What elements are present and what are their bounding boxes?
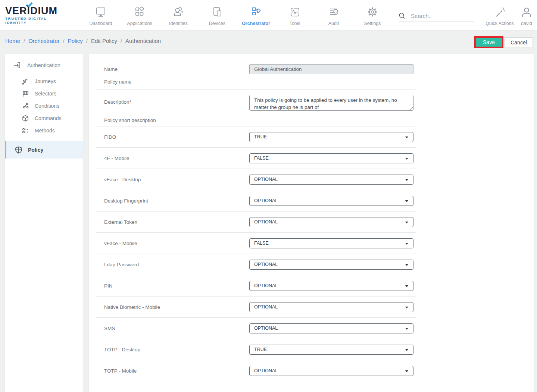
selected-value: OPTIONAL xyxy=(254,283,278,288)
edit-policy-form-card: Name Policy name Description* Policy sho… xyxy=(89,54,534,392)
sidebar-item-conditions[interactable]: Conditions xyxy=(5,100,83,112)
nav-item-applications[interactable]: Applications xyxy=(120,4,159,26)
setting-label-fido: FIDO xyxy=(104,134,249,140)
chevron-down-icon xyxy=(405,349,408,351)
nav-item-tools[interactable]: Tools xyxy=(275,4,314,26)
cancel-button[interactable]: Cancel xyxy=(505,37,533,47)
selected-value: OPTIONAL xyxy=(254,219,278,225)
chevron-down-icon xyxy=(405,200,408,202)
main-nav: Dashboard Applications Identities xyxy=(81,4,392,26)
selected-value: OPTIONAL xyxy=(254,262,278,267)
breadcrumb: Home / Orchestrator / Policy / Edit Poli… xyxy=(5,38,161,44)
applications-icon xyxy=(133,6,146,18)
global-search xyxy=(399,12,474,22)
breadcrumb-policy[interactable]: Policy xyxy=(68,38,83,44)
nav-item-orchestrator[interactable]: Orchestrator xyxy=(237,4,275,26)
setting-row-4f-mobile: 4F - MobileFALSE xyxy=(89,148,534,169)
devices-icon xyxy=(211,6,224,18)
sidebar-item-policy[interactable]: Policy xyxy=(5,141,83,159)
selected-value: TRUE xyxy=(254,134,267,139)
sidebar-subgroup: Journeys Selectors Conditions xyxy=(5,75,83,137)
login-icon xyxy=(13,61,21,69)
setting-select-fido[interactable]: TRUE xyxy=(249,132,413,142)
setting-select-desktop-fingerprint[interactable]: OPTIONAL xyxy=(249,196,413,206)
selected-value: OPTIONAL xyxy=(254,177,278,182)
breadcrumb-home[interactable]: Home xyxy=(5,38,20,44)
brand-wordmark: VERIDIUM xyxy=(5,6,69,16)
sidebar-item-label: Methods xyxy=(35,128,55,134)
sidebar-item-selectors[interactable]: Selectors xyxy=(5,87,83,100)
save-button[interactable]: Save xyxy=(476,38,502,47)
setting-select-ldap-password[interactable]: OPTIONAL xyxy=(249,260,413,270)
top-navigation-bar: VERIDIUM TRUSTED DIGITAL IDENTITY Dashbo… xyxy=(0,0,537,31)
annotation-highlight-box: Save xyxy=(474,36,503,48)
sidebar-item-label: Authentication xyxy=(27,62,60,68)
chevron-down-icon xyxy=(405,307,408,308)
chevron-down-icon xyxy=(405,328,408,330)
setting-select-vface-desktop[interactable]: OPTIONAL xyxy=(249,175,413,185)
policy-settings-list: FIDOTRUE4F - MobileFALSEvFace - DesktopO… xyxy=(89,126,534,381)
sidebar-item-label: Journeys xyxy=(35,78,56,84)
sidebar-item-commands[interactable]: Commands xyxy=(5,112,83,124)
setting-select-4f-mobile[interactable]: FALSE xyxy=(249,153,413,163)
setting-row-native-biometric-mobile: Native Biometric - MobileOPTIONAL xyxy=(89,297,534,317)
name-field-row: Name Policy name xyxy=(89,54,534,90)
name-helper: Policy name xyxy=(104,79,249,85)
setting-label-totp-mobile: TOTP - Mobile xyxy=(104,368,249,374)
setting-row-ldap-password: Ldap PasswordOPTIONAL xyxy=(89,254,534,275)
dashboard-icon xyxy=(94,6,107,18)
setting-select-totp-mobile[interactable]: OPTIONAL xyxy=(249,366,413,376)
sidebar-item-authentication[interactable]: Authentication xyxy=(5,58,83,73)
audit-icon xyxy=(327,6,340,18)
chevron-down-icon xyxy=(405,179,408,181)
identities-icon xyxy=(172,6,185,18)
quick-actions-button[interactable]: Quick Actions xyxy=(483,4,516,26)
nav-right: Quick Actions david xyxy=(483,4,537,26)
setting-label-external-token: External Token xyxy=(104,219,249,225)
nav-item-identities[interactable]: Identities xyxy=(159,4,198,26)
policy-description-textarea[interactable]: This policy is going to be applied to ev… xyxy=(249,95,413,111)
nav-item-settings[interactable]: Settings xyxy=(353,4,392,26)
setting-select-vface-mobile[interactable]: FALSE xyxy=(249,238,413,248)
breadcrumb-orchestrator[interactable]: Orchestrator xyxy=(28,38,59,44)
setting-select-native-biometric-mobile[interactable]: OPTIONAL xyxy=(249,302,413,312)
description-helper: Policy short description xyxy=(104,117,249,123)
selected-value: FALSE xyxy=(254,241,269,246)
sidebar-item-label: Commands xyxy=(35,115,62,121)
brand-tagline: TRUSTED DIGITAL IDENTITY xyxy=(5,16,69,25)
user-menu[interactable]: david xyxy=(516,4,537,26)
brand-text: DIUM xyxy=(30,6,57,16)
setting-select-pin[interactable]: OPTIONAL xyxy=(249,281,413,291)
selected-value: OPTIONAL xyxy=(254,198,278,203)
selected-value: OPTIONAL xyxy=(254,304,278,310)
selected-value: TRUE xyxy=(254,347,267,352)
nav-item-devices[interactable]: Devices xyxy=(198,4,237,26)
sidebar: Authentication Journeys Selectors xyxy=(5,54,83,392)
search-input[interactable] xyxy=(411,13,474,19)
settings-gear-icon xyxy=(366,6,379,18)
nav-item-audit[interactable]: Audit xyxy=(314,4,353,26)
brand-logo[interactable]: VERIDIUM TRUSTED DIGITAL IDENTITY xyxy=(5,6,69,25)
setting-label-native-biometric-mobile: Native Biometric - Mobile xyxy=(104,304,249,310)
commands-cube-icon xyxy=(21,115,29,122)
brand-text: VER xyxy=(5,6,27,16)
magic-wand-icon xyxy=(493,6,506,19)
setting-select-totp-desktop[interactable]: TRUE xyxy=(249,345,413,355)
setting-select-sms[interactable]: OPTIONAL xyxy=(249,323,413,333)
breadcrumb-edit-policy: Edit Policy xyxy=(91,38,117,44)
selected-value: OPTIONAL xyxy=(254,368,278,373)
setting-row-vface-desktop: vFace - DesktopOPTIONAL xyxy=(89,169,534,190)
policy-name-input[interactable] xyxy=(249,64,413,74)
nav-item-dashboard[interactable]: Dashboard xyxy=(81,4,120,26)
sidebar-item-journeys[interactable]: Journeys xyxy=(5,75,83,87)
methods-dots-icon xyxy=(21,127,29,134)
sidebar-item-label: Selectors xyxy=(35,91,56,97)
setting-label-vface-desktop: vFace - Desktop xyxy=(104,177,249,182)
setting-select-external-token[interactable]: OPTIONAL xyxy=(249,217,413,227)
setting-label-vface-mobile: vFace - Mobile xyxy=(104,241,249,246)
selected-value: FALSE xyxy=(254,156,269,161)
sidebar-item-methods[interactable]: Methods xyxy=(5,124,83,137)
tools-icon xyxy=(288,6,301,18)
setting-label-4f-mobile: 4F - Mobile xyxy=(104,156,249,161)
breadcrumb-authentication: Authentication xyxy=(125,38,161,44)
